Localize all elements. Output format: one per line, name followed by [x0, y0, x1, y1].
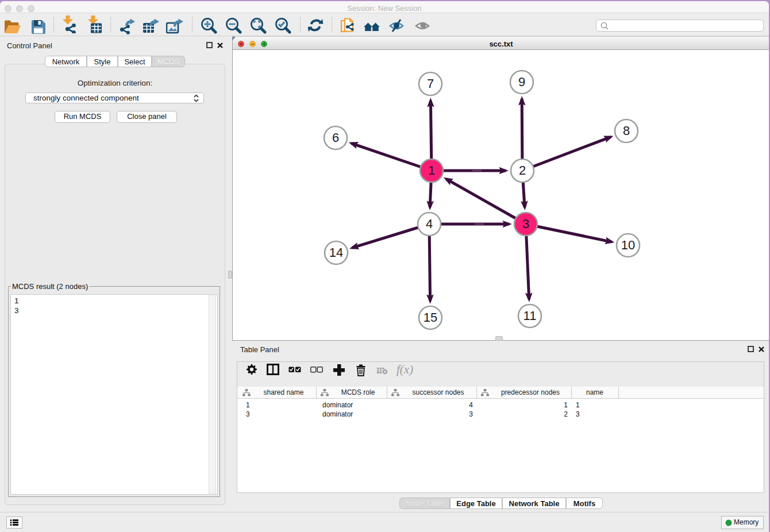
- svg-text:8: 8: [623, 124, 630, 138]
- svg-text:14: 14: [329, 245, 343, 260]
- svg-text:11: 11: [523, 309, 537, 323]
- svg-text:2: 2: [519, 163, 526, 178]
- svg-text:1: 1: [428, 163, 435, 178]
- svg-text:7: 7: [427, 76, 434, 91]
- svg-text:6: 6: [332, 130, 339, 145]
- svg-text:3: 3: [522, 217, 529, 231]
- svg-text:10: 10: [621, 238, 635, 252]
- svg-text:4: 4: [426, 217, 433, 231]
- svg-text:9: 9: [518, 75, 525, 89]
- svg-text:15: 15: [424, 310, 437, 325]
